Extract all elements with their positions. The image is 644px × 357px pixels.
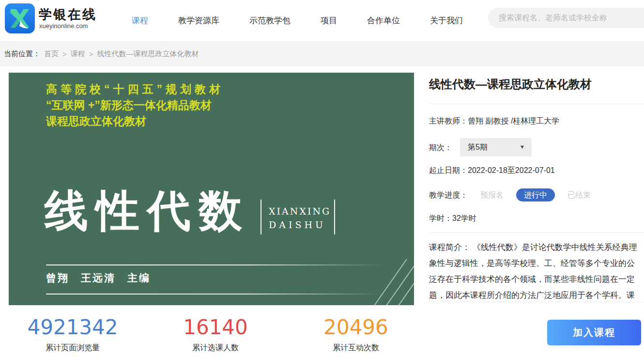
cover-badge-line1: 高等院校“十四五”规划教材 [46,81,224,97]
progress-row: 教学进度： 预报名进行中已结束 [429,190,603,201]
pinyin-right-bar [334,200,335,234]
intro-line-2: 泛存在于科学技术的各个领域，而某些非线性问题在一定 [429,271,637,287]
course-intro: 课程简介： 《线性代数》是讨论代数学中线性关系经典理象性与逻辑性，是高等学校理、… [429,239,637,303]
nav-item-1[interactable]: 教学资源库 [178,15,219,26]
hours-row: 学时：32学时 [429,214,476,224]
search-input[interactable] [499,14,644,22]
nav-item-5[interactable]: 关于我们 [430,15,463,26]
date-value: 2022-02-18至2022-07-01 [468,166,555,174]
term-select[interactable]: 第5期 ▼ [460,138,532,156]
breadcrumb-prefix: 当前位置： [4,49,40,59]
hours-value: 32学时 [452,214,476,222]
main-nav: 课程教学资源库示范教学包项目合作单位关于我们 [132,0,463,41]
term-label: 期次： [429,143,452,152]
stat-interactions: 20496累计互动次数 [303,316,409,353]
stat-page-views: 4921342累计页面浏览量 [19,316,126,353]
stat-value: 20496 [303,316,409,339]
progress-state-1-active: 进行中 [516,188,555,202]
breadcrumb-item-2: 线性代数—课程思政立体化教材 [97,49,199,59]
teacher-value: 曾翔 副教授 /桂林理工大学 [468,117,559,125]
stat-value: 16140 [162,316,269,339]
stat-enrollments: 16140累计选课人数 [162,316,269,353]
stat-value: 4921342 [19,316,126,339]
term-row: 期次： 第5期 ▼ [429,143,452,153]
breadcrumb: 当前位置： 首页>课程>线性代数—课程思政立体化教材 [0,41,644,66]
stat-label: 累计选课人数 [162,343,269,353]
pinyin-left-bar [261,200,261,234]
progress-state-2: 已结束 [567,191,591,199]
breadcrumb-separator: > [89,50,93,58]
progress-state-0: 预报名 [480,191,504,199]
course-cover-image: 高等院校“十四五”规划教材 “互联网 +”新形态一体化精品教材 课程思政立体化教… [9,73,414,305]
logo-name[interactable]: 学银在线 [39,6,97,23]
search-box[interactable] [488,8,644,28]
join-course-button[interactable]: 加入课程 [547,320,641,345]
breadcrumb-separator: > [62,50,67,58]
cover-divider-bottom [46,294,383,295]
intro-line-1: 象性与逻辑性，是高等学校理、工、经管等多个专业的公 [429,255,637,271]
chevron-down-icon: ▼ [520,144,525,150]
cover-diagonal-decoration [346,257,414,305]
pinyin-line2: DAISHU [269,218,331,232]
term-selected-value: 第5期 [468,142,488,153]
breadcrumb-item-0[interactable]: 首页 [44,49,59,59]
cover-divider-top [46,264,383,265]
nav-item-2[interactable]: 示范教学包 [249,15,291,26]
teacher-label: 主讲教师： [429,117,468,125]
divider [429,104,644,104]
nav-item-3[interactable]: 项目 [321,15,337,26]
hours-label: 学时： [429,214,452,222]
divider [429,302,644,302]
cover-course-title: 线性代数 [45,182,250,241]
stat-label: 累计互动次数 [303,343,409,353]
nav-item-4[interactable]: 合作单位 [367,15,400,26]
nav-item-0[interactable]: 课程 [132,15,148,26]
cover-badge-line3: 课程思政立体化教材 [46,113,224,129]
date-label: 起止日期： [429,166,468,174]
cover-badge-line2: “互联网 +”新形态一体化精品教材 [46,97,224,113]
divider [429,233,644,233]
cover-badge-lines: 高等院校“十四五”规划教材 “互联网 +”新形态一体化精品教材 课程思政立体化教… [46,81,224,129]
course-title: 线性代数—课程思政立体化教材 [429,77,592,92]
xueyin-logo-icon[interactable] [5,3,35,33]
date-row: 起止日期：2022-02-18至2022-07-01 [429,166,555,176]
top-header: 学银在线 xueyinonline.com 课程教学资源库示范教学包项目合作单位… [0,0,644,41]
stat-label: 累计页面浏览量 [19,343,126,353]
intro-line-3: 题，因此本课程所介绍的方法广泛地应用于各个学科。课 [429,287,637,303]
cover-editors: 曾翔 王远清 主编 [46,271,151,285]
intro-line-0: 课程简介： 《线性代数》是讨论代数学中线性关系经典理 [429,239,637,255]
teacher-row: 主讲教师：曾翔 副教授 /桂林理工大学 [429,116,559,126]
pinyin-line1: XIANXING [269,204,331,218]
logo-domain: xueyinonline.com [39,22,88,30]
breadcrumb-item-1[interactable]: 课程 [71,49,85,59]
cover-pinyin: XIANXING DAISHU [269,204,331,232]
progress-label: 教学进度： [429,190,468,201]
